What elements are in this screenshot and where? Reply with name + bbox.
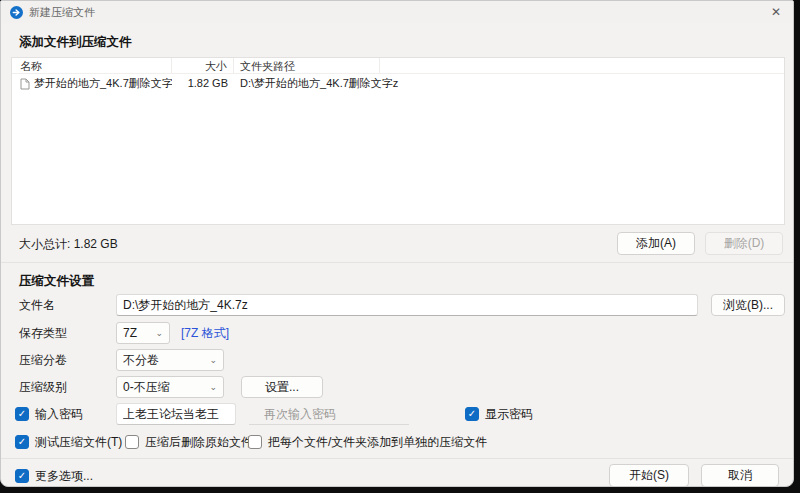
- split-select[interactable]: 不分卷 ⌄: [116, 349, 224, 371]
- settings-section-header: 压缩文件设置: [19, 273, 94, 290]
- title-bar: 新建压缩文件 ✕: [1, 1, 793, 23]
- level-select[interactable]: 0-不压缩 ⌄: [116, 376, 224, 398]
- test-archive-checkbox[interactable]: [15, 435, 29, 449]
- browse-button[interactable]: 浏览(B)...: [711, 294, 785, 316]
- total-size-label: 大小总计: 1.82 GB: [19, 233, 118, 255]
- chevron-down-icon: ⌄: [209, 382, 217, 392]
- more-options-label: 更多选项...: [35, 468, 93, 485]
- password-label: 输入密码: [35, 406, 83, 423]
- level-value: 0-不压缩: [123, 379, 170, 396]
- file-list[interactable]: 名称 大小 文件夹路径 梦开始的地方_4K.7删除文字z 1.82 GB D:\…: [11, 57, 785, 225]
- new-archive-dialog: 新建压缩文件 ✕ 添加文件到压缩文件 名称 大小 文件夹路径 梦开始的地方_4K…: [0, 0, 794, 487]
- split-value: 不分卷: [123, 352, 159, 369]
- column-header-name[interactable]: 名称: [12, 58, 172, 73]
- add-section-header: 添加文件到压缩文件: [19, 34, 132, 51]
- new-archive-icon: [10, 6, 23, 19]
- delete-after-checkbox[interactable]: [125, 435, 139, 449]
- column-header-size[interactable]: 大小: [172, 58, 234, 73]
- format-label: 保存类型: [19, 322, 67, 344]
- add-button[interactable]: 添加(A): [617, 232, 695, 255]
- separate-archives-checkbox[interactable]: [248, 435, 262, 449]
- file-icon: [20, 78, 30, 90]
- format-value: 7Z: [123, 326, 137, 340]
- file-size: 1.82 GB: [172, 74, 234, 93]
- password-input[interactable]: [116, 403, 236, 425]
- cancel-button[interactable]: 取消: [701, 464, 779, 487]
- split-label: 压缩分卷: [19, 349, 67, 371]
- password-checkbox-row: 输入密码: [15, 403, 83, 425]
- table-row[interactable]: 梦开始的地方_4K.7删除文字z 1.82 GB D:\梦开始的地方_4K.7删…: [12, 74, 784, 93]
- test-archive-label: 测试压缩文件(T): [35, 434, 122, 451]
- format-select[interactable]: 7Z ⌄: [116, 322, 170, 344]
- file-name: 梦开始的地方_4K.7删除文字z: [34, 74, 172, 93]
- start-button[interactable]: 开始(S): [609, 464, 689, 487]
- confirm-password-input: [249, 403, 409, 425]
- show-password-row: 显示密码: [465, 403, 533, 425]
- filename-input[interactable]: [116, 294, 698, 316]
- level-settings-button[interactable]: 设置...: [241, 376, 323, 398]
- delete-after-row: 压缩后删除原始文件: [125, 431, 253, 453]
- more-options-checkbox[interactable]: [15, 469, 29, 483]
- section-divider: [1, 262, 793, 263]
- file-path: D:\梦开始的地方_4K.7删除文字z: [234, 74, 380, 93]
- show-password-checkbox[interactable]: [465, 407, 479, 421]
- show-password-label: 显示密码: [485, 406, 533, 423]
- delete-after-label: 压缩后删除原始文件: [145, 434, 253, 451]
- chevron-down-icon: ⌄: [155, 328, 163, 338]
- close-icon[interactable]: ✕: [759, 1, 793, 23]
- separate-archives-label: 把每个文件/文件夹添加到单独的压缩文件: [268, 434, 487, 451]
- password-checkbox[interactable]: [15, 407, 29, 421]
- chevron-down-icon: ⌄: [209, 355, 217, 365]
- level-label: 压缩级别: [19, 376, 67, 398]
- format-info-link[interactable]: [7Z 格式]: [181, 322, 229, 344]
- filename-label: 文件名: [19, 294, 55, 316]
- footer-divider: [1, 458, 793, 459]
- test-archive-row: 测试压缩文件(T): [15, 431, 122, 453]
- column-header-path[interactable]: 文件夹路径: [234, 58, 380, 73]
- window-title: 新建压缩文件: [29, 5, 95, 20]
- more-options-row: 更多选项...: [15, 465, 93, 487]
- separate-archives-row: 把每个文件/文件夹添加到单独的压缩文件: [248, 431, 487, 453]
- delete-button: 删除(D): [705, 232, 783, 255]
- file-list-header: 名称 大小 文件夹路径: [12, 58, 784, 74]
